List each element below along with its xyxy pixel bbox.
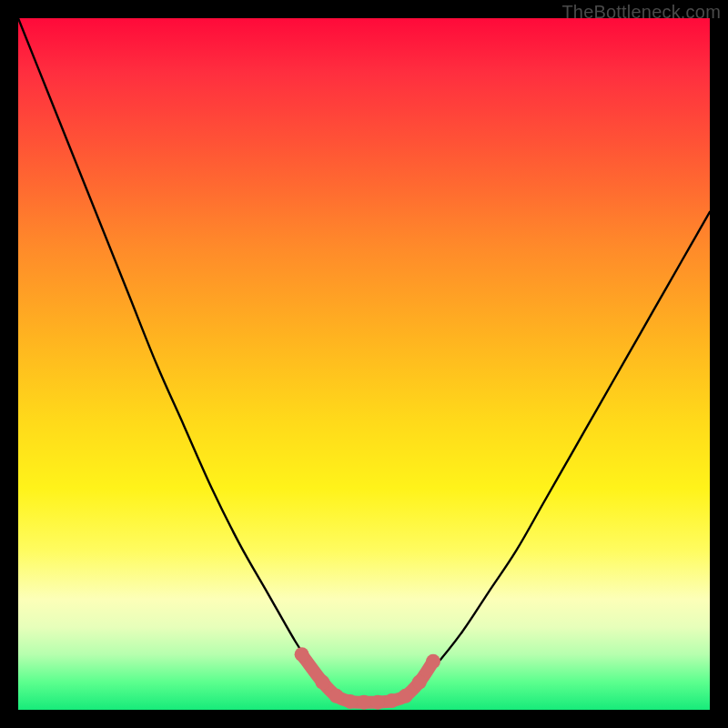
right-curve [406,212,710,696]
chart-frame: TheBottleneck.com [0,0,728,728]
valley-dot [384,693,399,708]
valley-dot [315,675,329,690]
valley-dot [295,647,309,662]
valley-dot [370,695,385,710]
plot-area [18,18,710,710]
valley-dot [357,695,371,710]
valley-dot [343,694,358,709]
valley-dot [412,675,427,690]
valley-dot [329,689,344,703]
curves-layer [18,18,710,710]
valley-dot [399,689,413,703]
valley-dots [295,647,440,709]
watermark-text: TheBottleneck.com [561,2,721,23]
valley-dot [426,654,440,669]
left-curve [18,18,337,696]
